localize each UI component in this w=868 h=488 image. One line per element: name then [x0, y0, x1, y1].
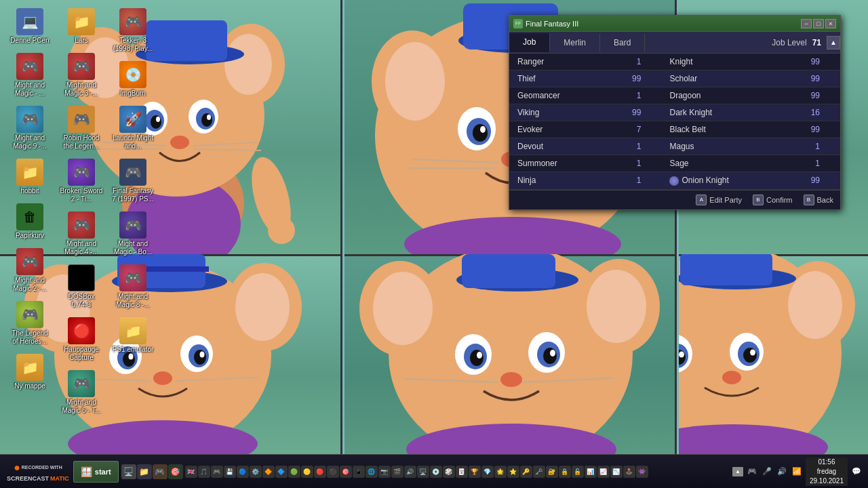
clock-date: 29.10.2021 [810, 476, 844, 486]
qlaunch-10[interactable]: 🟡 [301, 466, 313, 478]
tab-bard[interactable]: Bard [600, 34, 645, 52]
qlaunch-29[interactable]: 🔐 [546, 466, 558, 478]
svg-point-97 [750, 350, 755, 356]
desktop-icon-papirkurv[interactable]: 🗑 Papirkurv [5, 201, 54, 243]
clock[interactable]: 01:56 fredag 29.10.2021 [806, 458, 848, 486]
desktop-icon-ny-mappe[interactable]: 📁 Ny mappe [5, 351, 54, 393]
desktop-icon-label-might-magic6: Might and Magic 6 - T... [60, 399, 103, 415]
qlaunch-3[interactable]: 🎮 [211, 466, 223, 478]
job-left-name-5: Devout [509, 138, 602, 155]
scroll-up-button[interactable]: ▲ [827, 36, 840, 49]
qlaunch-31[interactable]: 🔓 [572, 466, 584, 478]
qlaunch-13[interactable]: 🎯 [340, 466, 352, 478]
svg-point-35 [473, 124, 488, 142]
desktop-icon-might-magic6[interactable]: 🎮 Might and Magic 6 - T... [57, 367, 106, 418]
desktop-icon-ps1-emulator[interactable]: 📁 PS1 emulator [108, 314, 157, 357]
job-row-3[interactable]: Viking 99 Dark Knight 16 [509, 104, 840, 121]
tray-speaker[interactable]: 🔊 [776, 466, 788, 478]
job-row-2[interactable]: Geomancer 1 Dragoon 99 [509, 87, 840, 104]
close-button[interactable]: × [825, 19, 836, 28]
desktop-icon-might-magic-bow[interactable]: 🎮 Might and Magic - Bo... [108, 209, 157, 259]
qlaunch-15[interactable]: 🌐 [366, 466, 378, 478]
qlaunch-9[interactable]: 🟢 [288, 466, 300, 478]
qlaunch-21[interactable]: 🎲 [443, 466, 455, 478]
tray-steam[interactable]: 🎮 [746, 466, 758, 478]
qlaunch-14[interactable]: 📱 [353, 466, 365, 478]
desktop-icon-might-magic1[interactable]: 🎮 Might and Magic - ... [5, 50, 54, 100]
qlaunch-20[interactable]: 💿 [430, 466, 442, 478]
job-row-1[interactable]: Thief 99 Scholar 99 [509, 70, 840, 87]
job-row-5[interactable]: Devout 1 Magus 1 [509, 138, 840, 155]
qlaunch-2[interactable]: 🎵 [198, 466, 210, 478]
qlaunch-1[interactable]: 🇬🇧 [185, 466, 197, 478]
taskbar-app-ff[interactable]: 🎯 [168, 464, 183, 479]
qlaunch-16[interactable]: 📷 [378, 466, 391, 478]
svg-point-26 [385, 42, 445, 121]
start-button[interactable]: 🪟 start [73, 461, 119, 483]
qlaunch-30[interactable]: 🔒 [559, 466, 571, 478]
tab-merlin[interactable]: Merlin [550, 34, 600, 52]
qlaunch-6[interactable]: ⚙️ [250, 466, 262, 478]
back-button[interactable]: B Back [804, 195, 833, 205]
job-row-6[interactable]: Summoner 1 Sage 1 [509, 155, 840, 172]
qlaunch-12[interactable]: ⚫ [327, 466, 339, 478]
qlaunch-23[interactable]: 🏆 [469, 466, 481, 478]
desktop-icon-hauppauge[interactable]: 🔴 Hauppauge Capture [57, 314, 106, 365]
edit-party-button[interactable]: A Edit Party [696, 195, 742, 205]
tab-job[interactable]: Job [509, 33, 550, 52]
tray-network[interactable]: 📶 [791, 466, 803, 478]
desktop-icon-tekken3[interactable]: 🎮 Tekken 3 (1998) Play... [108, 5, 157, 56]
desktop-icon-robin-hood[interactable]: 🎮 Robin Hood the Legen... [57, 103, 106, 153]
desktop-icon-dosbox[interactable]: D DOSBox 0.74-3 [57, 262, 106, 312]
qlaunch-17[interactable]: 🎬 [391, 466, 403, 478]
qlaunch-5[interactable]: 🔵 [237, 466, 249, 478]
desktop-icon-lars[interactable]: 📁 Lars [57, 5, 106, 47]
qlaunch-22[interactable]: 🃏 [456, 466, 468, 478]
desktop-icon-label-legend-heroes: The Legend of Heroes... [8, 329, 52, 346]
qlaunch-36[interactable]: 👾 [636, 466, 648, 478]
tray-expand[interactable]: ▲ [732, 467, 743, 476]
tray-notification[interactable]: 💬 [850, 466, 863, 478]
qlaunch-28[interactable]: 🗝️ [533, 466, 545, 478]
taskbar-app-1[interactable]: 🖥️ [121, 464, 136, 479]
qlaunch-34[interactable]: 📉 [610, 466, 623, 478]
desktop-icon-ff7[interactable]: 🎮 Final Fantasy 7 (1997) PS... [108, 156, 157, 206]
qlaunch-4[interactable]: 💾 [224, 466, 236, 478]
job-row-4[interactable]: Evoker 7 Black Belt 99 [509, 121, 840, 138]
job-row-0[interactable]: Ranger 1 Knight 99 [509, 54, 840, 70]
desktop-icon-might-magic-heroes[interactable]: 🎮 Might and Magic 2 -... [5, 245, 54, 296]
maximize-button[interactable]: □ [813, 19, 824, 28]
desktop-icon-legend-heroes[interactable]: 🎮 The Legend of Heroes... [5, 298, 54, 348]
qlaunch-11[interactable]: 🔴 [314, 466, 326, 478]
qlaunch-33[interactable]: 📈 [597, 466, 610, 478]
taskbar-app-2[interactable]: 📁 [137, 464, 152, 479]
qlaunch-19[interactable]: 🖥️ [417, 466, 429, 478]
minimize-button[interactable]: − [801, 19, 812, 28]
qlaunch-35[interactable]: 🕹️ [623, 466, 635, 478]
desktop-icon-imgburn[interactable]: 💿 ImgBurn [108, 58, 157, 100]
qlaunch-24[interactable]: 💎 [481, 466, 494, 478]
qlaunch-8[interactable]: 🔷 [275, 466, 288, 478]
desktop-icon-hobbit[interactable]: 📁 hobbit [5, 156, 54, 198]
job-row-7[interactable]: Ninja 1 Onion Knight 99 [509, 172, 840, 190]
qlaunch-27[interactable]: 🔑 [520, 466, 532, 478]
desktop-icon-might-magic4[interactable]: 🎮 Might and Magic 4 -... [57, 209, 106, 259]
desktop-icon-might-magic3[interactable]: 🎮 Might and Magic 3 -... [57, 50, 106, 100]
qlaunch-25[interactable]: 🌟 [494, 466, 507, 478]
desktop-icon-might-magic8[interactable]: 🎮 Might and Magic 8 -... [108, 262, 157, 312]
svg-point-6 [224, 34, 272, 95]
desktop-icon-launch[interactable]: 🚀 Launch Might and... [108, 103, 157, 153]
taskbar-app-3[interactable]: 🎮 [153, 464, 167, 479]
qlaunch-26[interactable]: ⭐ [507, 466, 519, 478]
qlaunch-18[interactable]: 🔊 [404, 466, 416, 478]
desktop-icon-broken-sword[interactable]: 🎮 Broken Sword 2 - Ti... [57, 156, 106, 206]
confirm-button[interactable]: B Confirm [753, 195, 793, 205]
confirm-label: Confirm [766, 196, 793, 204]
qlaunch-7[interactable]: 🔶 [262, 466, 275, 478]
taskbar-right: ▲ 🎮 🎤 🔊 📶 01:56 fredag 29.10.2021 💬 [732, 458, 865, 486]
desktop-icon-might-magic2[interactable]: 🎮 Might and Magic 9 -... [5, 103, 54, 153]
desktop-icon-denne-pcen[interactable]: 💻 Denne PCen [5, 5, 54, 47]
desktop-icon-label-ff7: Final Fantasy 7 (1997) PS... [111, 187, 155, 203]
tray-mic[interactable]: 🎤 [761, 466, 773, 478]
qlaunch-32[interactable]: 📊 [585, 466, 597, 478]
